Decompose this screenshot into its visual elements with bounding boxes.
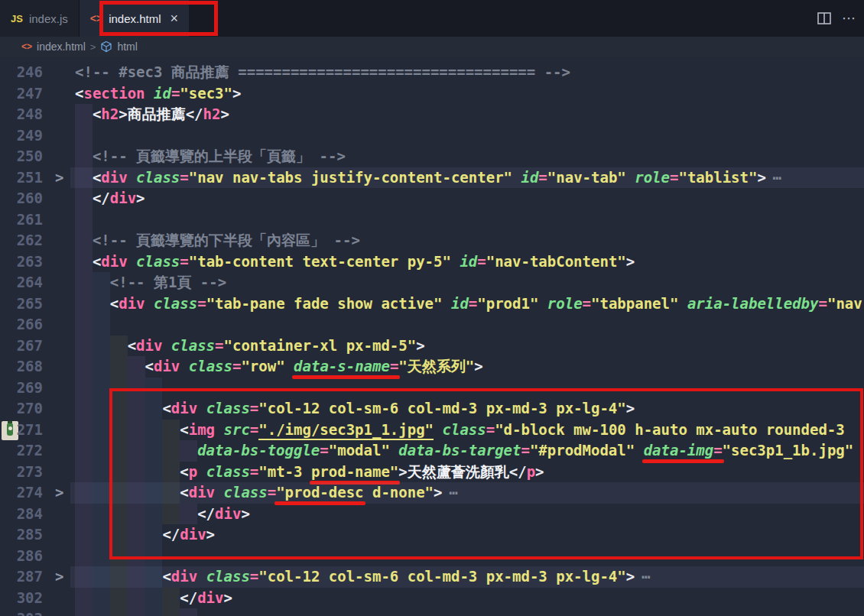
line-number: 262	[0, 230, 43, 251]
indent-guide	[93, 356, 110, 378]
code-line-268[interactable]: 268<div class="row" data-s-name="天然系列">	[0, 356, 864, 378]
indent-guide	[93, 462, 110, 483]
code-line-264[interactable]: 264<!-- 第1頁 -->	[0, 272, 864, 293]
code-line-271[interactable]: 271<img src="./img/sec3p1_1.jpg" class="…	[0, 420, 864, 441]
breadcrumb-item-symbol[interactable]: html	[117, 41, 137, 53]
line-number: 265	[0, 293, 43, 315]
code-line-245[interactable]: 245	[0, 57, 864, 62]
indent-guide	[128, 440, 145, 462]
red-underline-annotation: data-s-name	[294, 358, 390, 374]
tab-index-html[interactable]: <> index.html ×	[80, 0, 189, 37]
indent-guide	[145, 482, 163, 504]
indent-guide	[75, 230, 93, 251]
indent-guide	[75, 398, 93, 420]
indent-guide	[180, 440, 197, 462]
indent-guide	[93, 398, 110, 420]
line-number: 263	[0, 251, 43, 273]
red-underline-annotation: =	[713, 442, 722, 459]
line-number: 248	[0, 104, 43, 125]
code-line-269[interactable]: 269	[0, 378, 864, 399]
code-line-248[interactable]: 248<h2>商品推薦</h2>	[0, 104, 864, 125]
vscode-window: JS index.js <> index.html × ⋯ <> index.h…	[0, 0, 864, 616]
fold-chevron-icon[interactable]: >	[55, 566, 63, 588]
code-line-272[interactable]: 272data-bs-toggle="modal" data-bs-target…	[0, 440, 864, 462]
indent-guide	[75, 188, 93, 209]
code-text: data-bs-toggle="modal" data-bs-target="#…	[197, 440, 853, 462]
indent-guide	[128, 504, 145, 525]
code-line-270[interactable]: 270<div class="col-12 col-sm-6 col-md-3 …	[0, 398, 864, 420]
more-actions-icon[interactable]: ⋯	[842, 10, 856, 27]
code-text: </div>	[93, 188, 145, 209]
indent-guide	[145, 524, 163, 546]
breadcrumb-item-file[interactable]: index.html	[37, 41, 86, 53]
code-line-274[interactable]: 274><div class="prod-desc d-none">⋯	[0, 482, 864, 504]
code-line-265[interactable]: 265<div class="tab-pane fade show active…	[0, 293, 864, 315]
indent-guide	[75, 546, 93, 567]
code-line-287[interactable]: 287><div class="col-12 col-sm-6 col-md-3…	[0, 566, 864, 588]
folded-code-ellipsis-icon[interactable]: ⋯	[642, 568, 650, 585]
code-line-262[interactable]: 262<!-- 頁籤導覽的下半段「內容區」 -->	[0, 230, 864, 251]
code-text: <h2>商品推薦</h2>	[93, 104, 229, 125]
indent-guide	[110, 588, 128, 609]
indent-guide	[110, 440, 128, 462]
indent-guide	[93, 272, 110, 293]
indent-guide	[110, 482, 128, 504]
code-line-251[interactable]: 251><div class="nav nav-tabs justify-con…	[0, 167, 864, 189]
code-text: <div class="prod-desc d-none">⋯	[180, 482, 458, 504]
code-line-286[interactable]: 286	[0, 546, 864, 567]
tab-label: index.js	[29, 12, 68, 25]
folded-code-ellipsis-icon[interactable]: ⋯	[450, 484, 458, 501]
html-code-icon: <>	[21, 41, 32, 52]
js-file-icon: JS	[11, 13, 23, 24]
tab-index-js[interactable]: JS index.js	[0, 0, 80, 37]
indent-guide	[93, 336, 110, 357]
indent-guide	[128, 566, 145, 588]
fold-chevron-icon[interactable]: >	[55, 167, 63, 189]
code-line-261[interactable]: 261	[0, 209, 864, 231]
line-number: 274	[0, 482, 43, 504]
code-text: <section id="sec3">	[75, 83, 241, 105]
code-editor[interactable]: 245246<!-- #sec3 商品推薦 ==================…	[0, 57, 864, 616]
fold-chevron-icon[interactable]: >	[55, 482, 63, 504]
split-editor-icon[interactable]	[817, 12, 831, 24]
indent-guide	[145, 608, 163, 616]
indent-guide	[75, 504, 93, 525]
indent-guide	[162, 420, 180, 441]
code-line-284[interactable]: 284</div>	[0, 504, 864, 525]
code-line-250[interactable]: 250<!-- 頁籤導覽的上半段「頁籤」 -->	[0, 146, 864, 167]
indent-guide	[75, 104, 93, 125]
code-text: </div>	[162, 524, 215, 546]
indent-guide	[128, 398, 145, 420]
indent-guide	[128, 608, 145, 616]
indent-guide	[75, 314, 93, 336]
code-line-266[interactable]: 266	[0, 314, 864, 336]
code-text: <div class="col-12 col-sm-6 col-md-3 px-…	[162, 566, 650, 588]
code-line-246[interactable]: 246<!-- #sec3 商品推薦 =====================…	[0, 62, 864, 83]
line-number: 286	[0, 546, 43, 567]
folded-code-ellipsis-icon[interactable]: ⋯	[773, 169, 781, 186]
indent-guide	[75, 462, 93, 483]
code-line-263[interactable]: 263<div class="tab-content text-center p…	[0, 251, 864, 273]
code-line-249[interactable]: 249	[0, 125, 864, 147]
indent-guide	[75, 146, 93, 167]
code-text: <!-- 頁籤導覽的上半段「頁籤」 -->	[93, 146, 346, 167]
code-line-260[interactable]: 260</div>	[0, 188, 864, 209]
code-line-267[interactable]: 267<div class="container-xl px-md-5">	[0, 336, 864, 357]
line-number: 268	[0, 356, 43, 378]
indent-guide	[145, 378, 163, 399]
editor-actions: ⋯	[817, 0, 856, 37]
line-number: 246	[0, 62, 43, 83]
close-icon[interactable]: ×	[171, 11, 179, 25]
code-line-302[interactable]: 302</div>	[0, 588, 864, 609]
indent-guide	[128, 588, 145, 609]
code-line-247[interactable]: 247<section id="sec3">	[0, 83, 864, 105]
indent-guide	[145, 398, 163, 420]
line-number: 266	[0, 314, 43, 336]
indent-guide	[110, 566, 128, 588]
indent-guide	[75, 293, 93, 315]
code-line-273[interactable]: 273<p class="mt-3 prod-name">天然蘆薈洗顏乳</p>	[0, 462, 864, 483]
indent-guide	[128, 378, 145, 399]
indent-guide	[93, 524, 110, 546]
code-line-303[interactable]: 303	[0, 608, 864, 616]
code-line-285[interactable]: 285</div>	[0, 524, 864, 546]
